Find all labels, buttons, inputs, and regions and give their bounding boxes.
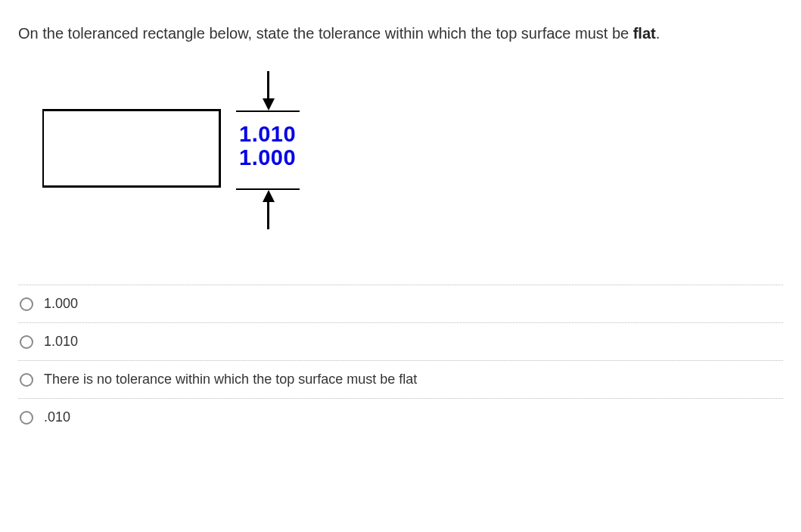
choice-label: There is no tolerance within which the t… [44, 372, 417, 387]
radio-icon [20, 373, 33, 387]
question-text: On the toleranced rectangle below, state… [18, 21, 783, 45]
choice-option[interactable]: There is no tolerance within which the t… [18, 360, 783, 398]
figure-diagram: 1.010 1.000 [14, 64, 783, 275]
dimension-lower: 1.000 [239, 146, 296, 170]
choice-option[interactable]: .010 [18, 398, 783, 436]
question-suffix: . [656, 25, 661, 42]
extension-line-top [236, 110, 300, 112]
question-bold: flat [633, 25, 656, 42]
radio-icon [20, 297, 33, 311]
dimension-values: 1.010 1.000 [239, 123, 296, 170]
question-prefix: On the toleranced rectangle below, state… [18, 25, 633, 42]
radio-icon [20, 335, 33, 349]
choice-label: 1.000 [44, 296, 78, 312]
choice-option[interactable]: 1.000 [18, 285, 783, 322]
rectangle-shape [42, 109, 221, 188]
choice-label: .010 [44, 409, 70, 425]
choice-option[interactable]: 1.010 [18, 322, 783, 360]
answer-choices: 1.000 1.010 There is no tolerance within… [18, 285, 783, 436]
choice-label: 1.010 [44, 334, 78, 350]
dimension-upper: 1.010 [239, 123, 296, 146]
radio-icon [20, 411, 33, 425]
